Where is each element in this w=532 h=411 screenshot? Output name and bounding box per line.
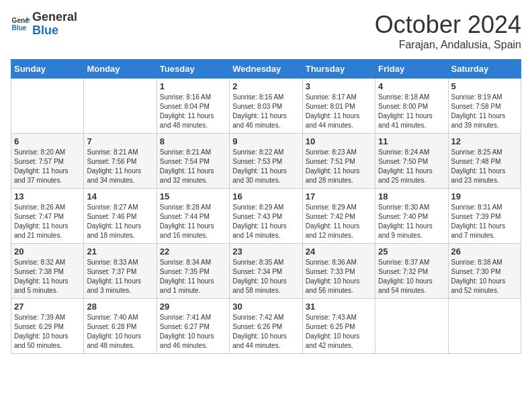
day-info: Sunrise: 7:42 AM Sunset: 6:26 PM Dayligh… — [232, 313, 299, 351]
calendar-cell: 14Sunrise: 8:27 AM Sunset: 7:46 PM Dayli… — [84, 189, 157, 244]
day-number: 3 — [306, 81, 372, 91]
calendar-cell: 25Sunrise: 8:37 AM Sunset: 7:32 PM Dayli… — [375, 244, 448, 299]
day-info: Sunrise: 8:21 AM Sunset: 7:54 PM Dayligh… — [160, 148, 226, 185]
day-info: Sunrise: 8:29 AM Sunset: 7:43 PM Dayligh… — [232, 203, 299, 240]
weekday-header-cell: Thursday — [302, 60, 375, 79]
calendar-cell: 29Sunrise: 7:41 AM Sunset: 6:27 PM Dayli… — [157, 299, 229, 354]
day-info: Sunrise: 7:43 AM Sunset: 6:25 PM Dayligh… — [306, 313, 372, 351]
day-number: 17 — [306, 191, 372, 201]
day-info: Sunrise: 8:18 AM Sunset: 8:00 PM Dayligh… — [378, 93, 445, 130]
title-area: October 2024 Farajan, Andalusia, Spain — [375, 11, 521, 51]
day-number: 11 — [378, 136, 445, 146]
day-info: Sunrise: 7:41 AM Sunset: 6:27 PM Dayligh… — [160, 313, 226, 351]
day-info: Sunrise: 8:22 AM Sunset: 7:53 PM Dayligh… — [232, 148, 299, 185]
day-number: 29 — [160, 302, 226, 312]
calendar-cell: 16Sunrise: 8:29 AM Sunset: 7:43 PM Dayli… — [230, 189, 302, 244]
day-info: Sunrise: 8:30 AM Sunset: 7:40 PM Dayligh… — [378, 203, 445, 240]
calendar-cell: 15Sunrise: 8:28 AM Sunset: 7:44 PM Dayli… — [157, 189, 229, 244]
day-info: Sunrise: 8:31 AM Sunset: 7:39 PM Dayligh… — [451, 203, 518, 240]
day-info: Sunrise: 8:34 AM Sunset: 7:35 PM Dayligh… — [160, 258, 226, 295]
day-info: Sunrise: 7:39 AM Sunset: 6:29 PM Dayligh… — [14, 313, 81, 351]
day-info: Sunrise: 8:16 AM Sunset: 8:04 PM Dayligh… — [160, 93, 226, 130]
month-title: October 2024 — [375, 11, 521, 39]
day-info: Sunrise: 8:16 AM Sunset: 8:03 PM Dayligh… — [232, 93, 299, 130]
location-title: Farajan, Andalusia, Spain — [375, 39, 521, 51]
svg-text:Blue: Blue — [12, 24, 27, 31]
calendar-cell: 31Sunrise: 7:43 AM Sunset: 6:25 PM Dayli… — [302, 299, 375, 354]
day-number: 31 — [306, 302, 372, 312]
calendar-week-row: 20Sunrise: 8:32 AM Sunset: 7:38 PM Dayli… — [11, 244, 521, 299]
calendar-cell: 24Sunrise: 8:36 AM Sunset: 7:33 PM Dayli… — [302, 244, 375, 299]
calendar-week-row: 13Sunrise: 8:26 AM Sunset: 7:47 PM Dayli… — [11, 189, 521, 244]
day-info: Sunrise: 8:17 AM Sunset: 8:01 PM Dayligh… — [306, 93, 372, 130]
calendar-cell — [375, 299, 448, 354]
day-number: 5 — [451, 81, 518, 91]
weekday-header-cell: Friday — [375, 60, 448, 79]
day-info: Sunrise: 8:38 AM Sunset: 7:30 PM Dayligh… — [451, 258, 518, 295]
calendar-cell: 19Sunrise: 8:31 AM Sunset: 7:39 PM Dayli… — [448, 189, 521, 244]
logo-icon: General Blue — [11, 15, 30, 34]
calendar-week-row: 27Sunrise: 7:39 AM Sunset: 6:29 PM Dayli… — [11, 299, 521, 354]
day-info: Sunrise: 8:26 AM Sunset: 7:47 PM Dayligh… — [14, 203, 81, 240]
day-info: Sunrise: 8:37 AM Sunset: 7:32 PM Dayligh… — [378, 258, 445, 295]
header: General Blue General Blue October 2024 F… — [11, 11, 521, 51]
weekday-header-cell: Sunday — [11, 60, 84, 79]
day-number: 10 — [306, 136, 372, 146]
day-number: 14 — [87, 191, 153, 201]
calendar-cell: 10Sunrise: 8:23 AM Sunset: 7:51 PM Dayli… — [302, 134, 375, 189]
calendar-cell: 21Sunrise: 8:33 AM Sunset: 7:37 PM Dayli… — [84, 244, 157, 299]
day-number: 18 — [378, 191, 445, 201]
calendar-cell: 9Sunrise: 8:22 AM Sunset: 7:53 PM Daylig… — [230, 134, 302, 189]
calendar-cell: 5Sunrise: 8:19 AM Sunset: 7:58 PM Daylig… — [448, 79, 521, 134]
weekday-header-cell: Tuesday — [157, 60, 229, 79]
calendar-cell: 7Sunrise: 8:21 AM Sunset: 7:56 PM Daylig… — [84, 134, 157, 189]
calendar-cell: 11Sunrise: 8:24 AM Sunset: 7:50 PM Dayli… — [375, 134, 448, 189]
calendar-cell: 18Sunrise: 8:30 AM Sunset: 7:40 PM Dayli… — [375, 189, 448, 244]
day-number: 23 — [232, 246, 299, 257]
calendar-cell: 27Sunrise: 7:39 AM Sunset: 6:29 PM Dayli… — [11, 299, 84, 354]
day-number: 25 — [378, 246, 445, 257]
day-info: Sunrise: 8:19 AM Sunset: 7:58 PM Dayligh… — [451, 93, 518, 130]
calendar-week-row: 1Sunrise: 8:16 AM Sunset: 8:04 PM Daylig… — [11, 79, 521, 134]
logo-blue: Blue — [32, 24, 77, 38]
day-number: 8 — [160, 136, 226, 146]
day-info: Sunrise: 8:29 AM Sunset: 7:42 PM Dayligh… — [306, 203, 372, 240]
logo: General Blue General Blue — [11, 11, 77, 38]
calendar-cell: 26Sunrise: 8:38 AM Sunset: 7:30 PM Dayli… — [448, 244, 521, 299]
day-info: Sunrise: 8:32 AM Sunset: 7:38 PM Dayligh… — [14, 258, 81, 295]
calendar-cell: 23Sunrise: 8:35 AM Sunset: 7:34 PM Dayli… — [230, 244, 302, 299]
day-number: 21 — [87, 246, 153, 257]
day-number: 15 — [160, 191, 226, 201]
weekday-header-cell: Monday — [84, 60, 157, 79]
weekday-header-cell: Saturday — [448, 60, 521, 79]
calendar-cell: 22Sunrise: 8:34 AM Sunset: 7:35 PM Dayli… — [157, 244, 229, 299]
day-info: Sunrise: 8:33 AM Sunset: 7:37 PM Dayligh… — [87, 258, 153, 295]
day-number: 2 — [232, 81, 299, 91]
day-number: 9 — [232, 136, 299, 146]
calendar-cell: 20Sunrise: 8:32 AM Sunset: 7:38 PM Dayli… — [11, 244, 84, 299]
day-info: Sunrise: 8:24 AM Sunset: 7:50 PM Dayligh… — [378, 148, 445, 185]
day-number: 27 — [14, 302, 81, 312]
day-number: 24 — [306, 246, 372, 257]
day-number: 7 — [87, 136, 153, 146]
day-number: 19 — [451, 191, 518, 201]
day-info: Sunrise: 8:36 AM Sunset: 7:33 PM Dayligh… — [306, 258, 372, 295]
day-number: 1 — [160, 81, 226, 91]
calendar-cell: 2Sunrise: 8:16 AM Sunset: 8:03 PM Daylig… — [230, 79, 302, 134]
day-info: Sunrise: 7:40 AM Sunset: 6:28 PM Dayligh… — [87, 313, 153, 351]
day-number: 16 — [232, 191, 299, 201]
day-number: 12 — [451, 136, 518, 146]
calendar-cell: 3Sunrise: 8:17 AM Sunset: 8:01 PM Daylig… — [302, 79, 375, 134]
weekday-header-row: SundayMondayTuesdayWednesdayThursdayFrid… — [11, 60, 521, 79]
day-info: Sunrise: 8:25 AM Sunset: 7:48 PM Dayligh… — [451, 148, 518, 185]
calendar-cell: 12Sunrise: 8:25 AM Sunset: 7:48 PM Dayli… — [448, 134, 521, 189]
day-info: Sunrise: 8:21 AM Sunset: 7:56 PM Dayligh… — [87, 148, 153, 185]
calendar-cell: 30Sunrise: 7:42 AM Sunset: 6:26 PM Dayli… — [230, 299, 302, 354]
calendar-cell — [84, 79, 157, 134]
calendar-body: 1Sunrise: 8:16 AM Sunset: 8:04 PM Daylig… — [11, 79, 521, 354]
calendar-cell: 28Sunrise: 7:40 AM Sunset: 6:28 PM Dayli… — [84, 299, 157, 354]
calendar-cell — [448, 299, 521, 354]
weekday-header-cell: Wednesday — [230, 60, 302, 79]
calendar-cell: 8Sunrise: 8:21 AM Sunset: 7:54 PM Daylig… — [157, 134, 229, 189]
day-info: Sunrise: 8:28 AM Sunset: 7:44 PM Dayligh… — [160, 203, 226, 240]
